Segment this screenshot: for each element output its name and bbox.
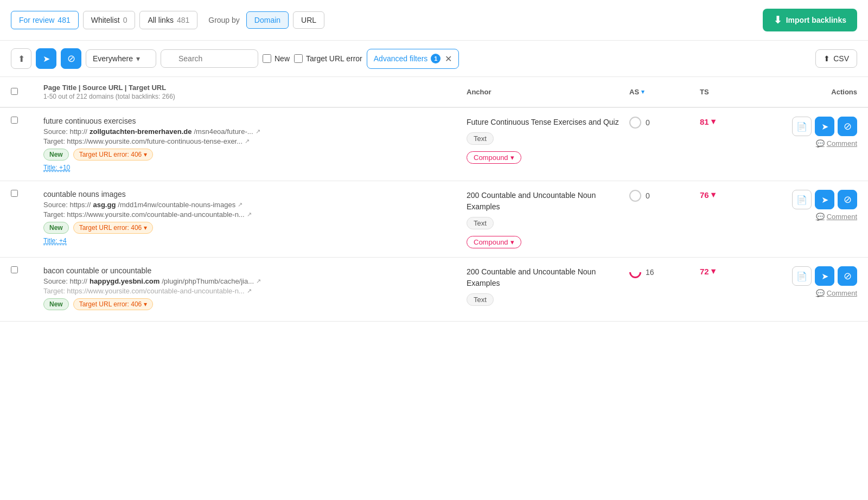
- row-checkbox-col: [11, 190, 43, 198]
- row-3-anchor-text: 200 Countable and Uncountable Noun Examp…: [467, 266, 629, 289]
- row-2-block-button[interactable]: ⊘: [838, 190, 857, 209]
- advanced-filters-button[interactable]: Advanced filters 1 ✕: [367, 49, 459, 69]
- row-1-checkbox[interactable]: [11, 117, 18, 124]
- as-col-label: AS: [629, 88, 639, 96]
- group-by-url[interactable]: URL: [293, 11, 324, 29]
- row-2-send-button[interactable]: ➤: [815, 190, 834, 209]
- row-1-compound-tag[interactable]: Compound ▾: [467, 151, 521, 164]
- row-1-anchor-col: Future Continuous Tense Exercises and Qu…: [467, 117, 629, 164]
- location-dropdown[interactable]: Everywhere ▾: [86, 49, 156, 68]
- row-2-checkbox[interactable]: [11, 190, 18, 197]
- row-3-target: Target: https://www.yoursite.com/countab…: [43, 287, 467, 295]
- tab-for-review-count: 481: [58, 16, 70, 24]
- header-anchor-col: Anchor: [467, 88, 629, 96]
- advanced-filters-close-icon[interactable]: ✕: [445, 54, 452, 64]
- chevron-down-icon: ▾: [136, 54, 140, 63]
- row-2-badge-error[interactable]: Target URL error: 406 ▾: [73, 222, 154, 234]
- row-1-title-plus[interactable]: Title: +10: [43, 164, 70, 172]
- new-checkbox[interactable]: [263, 54, 271, 63]
- row-2-badges: New Target URL error: 406 ▾: [43, 222, 467, 234]
- group-by-domain[interactable]: Domain: [246, 11, 289, 29]
- header-page-col: Page Title | Source URL | Target URL 1-5…: [43, 84, 467, 100]
- header-as-col[interactable]: AS ▾: [629, 88, 700, 96]
- row-3-as-value: 16: [646, 268, 654, 277]
- row-2-anchor-tag: Text: [467, 217, 494, 229]
- row-2-anchor-col: 200 Countable and Uncountable Noun Examp…: [467, 190, 629, 248]
- header-ts-col: TS: [700, 88, 770, 96]
- row-2-comment-link[interactable]: 💬 Comment: [816, 213, 857, 221]
- row-3-send-button[interactable]: ➤: [815, 266, 834, 286]
- search-input[interactable]: [161, 49, 258, 68]
- select-all-checkbox[interactable]: [11, 88, 18, 95]
- tab-all-links[interactable]: All links 481: [139, 11, 197, 29]
- row-2-actions-col: 📄 ➤ ⊘ 💬 Comment: [770, 190, 857, 221]
- tab-whitelist-label: Whitelist: [91, 16, 120, 24]
- row-3-ts-col: 72 ▾: [700, 266, 770, 276]
- compound-chevron-icon: ▾: [510, 153, 514, 162]
- row-2-target: Target: https://www.yoursite.com/countab…: [43, 210, 467, 219]
- csv-button[interactable]: ⬆ CSV: [815, 49, 857, 68]
- target-url-error-checkbox-label[interactable]: Target URL error: [294, 54, 362, 63]
- ts-chevron-icon: ▾: [711, 266, 716, 276]
- row-2-compound-tag[interactable]: Compound ▾: [467, 236, 521, 248]
- row-1-block-button[interactable]: ⊘: [838, 117, 857, 136]
- row-3-ts-value[interactable]: 72 ▾: [700, 266, 770, 276]
- tab-whitelist[interactable]: Whitelist 0: [83, 11, 136, 29]
- row-3-anchor-tag: Text: [467, 293, 494, 306]
- row-3-block-button[interactable]: ⊘: [838, 266, 857, 286]
- row-3-checkbox[interactable]: [11, 266, 18, 273]
- row-3-target-ext-icon[interactable]: ↗: [247, 287, 252, 294]
- tab-for-review[interactable]: For review 481: [11, 11, 79, 29]
- as-sort-icon: ▾: [641, 88, 644, 95]
- row-2-title-plus[interactable]: Title: +4: [43, 237, 67, 245]
- row-3-doc-button[interactable]: 📄: [792, 266, 812, 286]
- ts-chevron-icon: ▾: [711, 190, 716, 200]
- group-by-label: Group by: [208, 16, 240, 24]
- block-icon-button[interactable]: ⊘: [61, 48, 81, 69]
- new-label: New: [275, 54, 290, 63]
- send-icon-button[interactable]: ➤: [36, 48, 56, 69]
- row-2-title: countable nouns images: [43, 190, 467, 198]
- import-backlinks-button[interactable]: ⬇ Import backlinks: [763, 9, 857, 31]
- new-checkbox-label[interactable]: New: [263, 54, 290, 63]
- row-3-source: Source: http://happygd.yesbni.com/plugin…: [43, 277, 467, 285]
- row-1-ts-value[interactable]: 81 ▾: [700, 117, 770, 126]
- export-icon-button[interactable]: ⬆: [11, 48, 31, 69]
- page-col-sub: 1-50 out of 212 domains (total backlinks…: [43, 93, 467, 100]
- row-2-target-ext-icon[interactable]: ↗: [247, 211, 252, 218]
- row-1-radio[interactable]: [629, 117, 641, 129]
- row-1-source: Source: http://zollgutachten-bremerhaven…: [43, 127, 467, 136]
- row-3-comment-link[interactable]: 💬 Comment: [816, 289, 857, 297]
- target-url-error-checkbox[interactable]: [294, 54, 303, 63]
- row-2-doc-button[interactable]: 📄: [792, 190, 812, 209]
- table-row: countable nouns images Source: https://a…: [0, 181, 868, 258]
- search-wrap: 🔍: [161, 49, 258, 68]
- tab-for-review-label: For review: [19, 16, 54, 24]
- row-2-badge-new: New: [43, 222, 69, 234]
- row-2-ts-value[interactable]: 76 ▾: [700, 190, 770, 200]
- tab-whitelist-count: 0: [123, 16, 127, 24]
- row-1-badge-error[interactable]: Target URL error: 406 ▾: [73, 149, 154, 161]
- row-1-anchor-tag: Text: [467, 132, 494, 145]
- row-3-badge-error[interactable]: Target URL error: 406 ▾: [73, 298, 154, 310]
- badge-error-chevron-icon: ▾: [144, 224, 147, 232]
- row-3-anchor-col: 200 Countable and Uncountable Noun Examp…: [467, 266, 629, 309]
- row-3-badge-new: New: [43, 298, 69, 310]
- comment-icon: 💬: [816, 139, 825, 148]
- row-checkbox-col: [11, 266, 43, 275]
- row-1-send-button[interactable]: ➤: [815, 117, 834, 136]
- row-1-badge-new: New: [43, 149, 69, 161]
- row-1-comment-link[interactable]: 💬 Comment: [816, 139, 857, 148]
- download-icon: ⬇: [774, 14, 782, 26]
- row-1-actions-col: 📄 ➤ ⊘ 💬 Comment: [770, 117, 857, 148]
- row-2-source-ext-icon[interactable]: ↗: [238, 201, 242, 208]
- export-icon: ⬆: [18, 54, 25, 64]
- row-1-as-value: 0: [646, 118, 650, 127]
- row-3-source-ext-icon[interactable]: ↗: [256, 278, 261, 285]
- row-3-badges: New Target URL error: 406 ▾: [43, 298, 467, 310]
- row-3-radio[interactable]: [627, 264, 643, 280]
- row-1-target-ext-icon[interactable]: ↗: [245, 138, 250, 145]
- row-2-radio[interactable]: [629, 190, 641, 202]
- row-1-source-ext-icon[interactable]: ↗: [256, 128, 260, 135]
- row-1-doc-button[interactable]: 📄: [792, 117, 812, 136]
